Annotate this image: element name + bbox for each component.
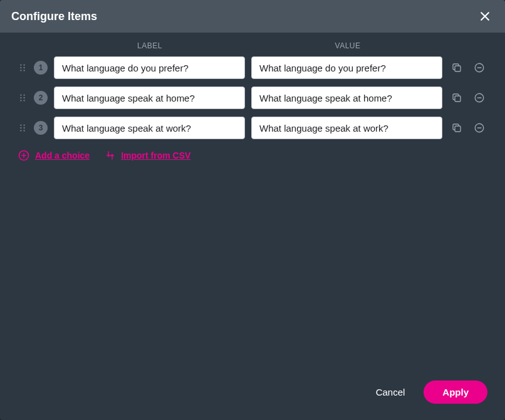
svg-rect-8 [455, 66, 461, 71]
remove-button[interactable] [471, 90, 487, 106]
drag-handle[interactable] [18, 63, 28, 72]
label-input[interactable] [54, 56, 245, 79]
plus-circle-icon [18, 149, 30, 162]
remove-icon [474, 92, 485, 103]
drag-icon [18, 93, 27, 102]
copy-button[interactable] [449, 90, 465, 106]
value-input[interactable] [251, 117, 442, 139]
value-input[interactable] [251, 87, 442, 109]
column-header-label: LABEL [55, 41, 244, 50]
item-row: 3 [18, 117, 487, 139]
copy-button[interactable] [449, 60, 465, 76]
svg-point-2 [20, 64, 21, 65]
copy-button[interactable] [449, 120, 465, 136]
copy-icon [451, 92, 462, 103]
dialog-body: LABEL VALUE 1 2 [0, 33, 505, 368]
configure-items-dialog: Configure Items LABEL VALUE 1 [0, 0, 505, 420]
svg-point-3 [23, 64, 24, 65]
copy-icon [451, 62, 462, 73]
row-actions: Add a choice Import from CSV [18, 149, 487, 162]
dialog-footer: Cancel Apply [0, 368, 505, 420]
svg-point-11 [20, 94, 21, 95]
row-number: 3 [34, 121, 48, 135]
drag-icon [18, 123, 27, 132]
dialog-title: Configure Items [11, 10, 97, 23]
column-header-value: VALUE [253, 41, 442, 50]
import-csv-link[interactable]: Import from CSV [105, 150, 190, 161]
remove-icon [474, 62, 485, 73]
svg-point-16 [23, 100, 24, 101]
drag-handle[interactable] [18, 123, 28, 132]
item-row: 1 [18, 56, 487, 79]
remove-button[interactable] [471, 120, 487, 136]
close-icon [479, 10, 491, 23]
value-input[interactable] [251, 56, 442, 79]
item-row: 2 [18, 87, 487, 109]
column-headers: LABEL VALUE [18, 41, 487, 50]
row-number: 2 [34, 91, 48, 105]
svg-point-15 [20, 100, 21, 101]
cancel-button[interactable]: Cancel [368, 382, 413, 402]
svg-point-5 [23, 67, 24, 68]
remove-button[interactable] [471, 60, 487, 76]
svg-point-22 [20, 127, 21, 129]
close-button[interactable] [476, 8, 494, 25]
svg-point-25 [23, 130, 24, 131]
drag-handle[interactable] [18, 93, 28, 102]
copy-icon [451, 122, 462, 134]
svg-rect-17 [455, 96, 461, 102]
svg-point-12 [23, 94, 24, 95]
svg-point-7 [23, 70, 24, 71]
import-csv-label: Import from CSV [121, 150, 190, 160]
remove-icon [474, 122, 485, 134]
drag-icon [18, 63, 27, 72]
svg-point-20 [20, 124, 21, 125]
apply-button[interactable]: Apply [424, 381, 487, 404]
import-icon [105, 150, 116, 161]
svg-point-6 [20, 70, 21, 71]
svg-point-24 [20, 130, 21, 131]
add-choice-link[interactable]: Add a choice [18, 149, 90, 162]
label-input[interactable] [54, 87, 245, 109]
label-input[interactable] [54, 117, 245, 139]
svg-point-13 [20, 97, 21, 98]
add-choice-label: Add a choice [35, 150, 90, 160]
svg-rect-26 [455, 126, 461, 132]
svg-point-14 [23, 97, 24, 98]
row-number: 1 [34, 61, 48, 75]
svg-point-21 [23, 124, 24, 125]
svg-point-4 [20, 67, 21, 68]
dialog-titlebar: Configure Items [0, 0, 505, 33]
svg-point-23 [23, 127, 24, 129]
